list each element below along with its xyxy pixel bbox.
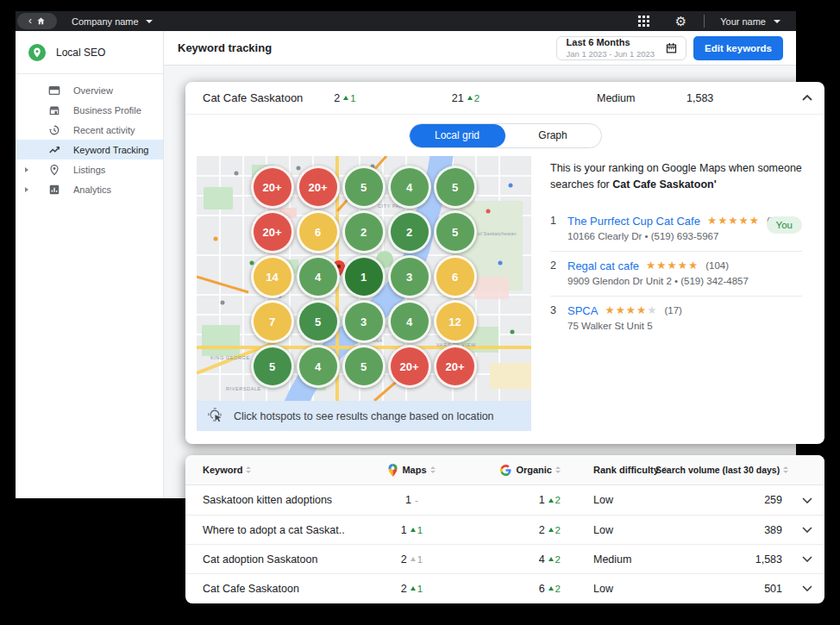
tab-local-grid[interactable]: Local grid bbox=[410, 124, 505, 147]
row-expand-chevron[interactable] bbox=[790, 585, 824, 591]
page-header: Keyword tracking Last 6 Months Jan 1 202… bbox=[164, 31, 796, 66]
hotspot-r5c1[interactable]: 5 bbox=[251, 345, 294, 388]
table-row[interactable]: Where to adopt a cat Saskat.. 11 22 Low … bbox=[185, 515, 824, 544]
date-range-picker[interactable]: Last 6 Months Jan 1 2023 - Jun 1 2023 bbox=[556, 36, 686, 60]
row-keyword: Saskatoon kitten adoptions bbox=[203, 494, 362, 506]
listing-name-link[interactable]: Regal cat cafe bbox=[567, 259, 639, 272]
apps-grid-icon[interactable] bbox=[638, 16, 649, 27]
hotspot-r3c1[interactable]: 14 bbox=[251, 255, 294, 298]
column-header-maps[interactable]: Maps bbox=[362, 464, 461, 477]
collapse-chevron-icon[interactable] bbox=[790, 95, 824, 101]
column-header-rank-difficulty[interactable]: Rank difficulty bbox=[561, 465, 655, 475]
hotspot-r4c2[interactable]: 5 bbox=[297, 300, 340, 343]
star-icon: ★ bbox=[707, 215, 718, 227]
hotspot-r3c4[interactable]: 3 bbox=[388, 255, 431, 298]
date-range-value: Jan 1 2023 - Jun 1 2023 bbox=[567, 49, 655, 59]
row-organic-rank: 62 bbox=[461, 583, 561, 595]
hotspot-r5c3[interactable]: 5 bbox=[342, 345, 386, 388]
table-row[interactable]: Saskatoon kitten adoptions 1- 12 Low 259 bbox=[185, 485, 824, 515]
hotspot-r4c5[interactable]: 12 bbox=[434, 300, 477, 343]
organic-change: 2 bbox=[549, 495, 561, 505]
hotspot-r4c3[interactable]: 3 bbox=[342, 300, 386, 343]
sidebar-item-overview[interactable]: Overview bbox=[16, 80, 163, 100]
user-dropdown[interactable]: Your name bbox=[720, 16, 784, 27]
calendar-icon bbox=[665, 41, 678, 54]
banner-text: Click hotspots to see results change bas… bbox=[234, 410, 494, 422]
hotspot-r1c1[interactable]: 20+ bbox=[251, 166, 294, 209]
sidebar-nav: Overview Business Profile Recent activit… bbox=[16, 80, 163, 199]
hotspot-r3c2[interactable]: 4 bbox=[297, 255, 340, 298]
hotspot-r4c1[interactable]: 7 bbox=[251, 300, 294, 343]
sort-icon[interactable] bbox=[430, 466, 436, 473]
row-expand-chevron[interactable] bbox=[790, 556, 824, 562]
local-grid-map[interactable]: CITY PARK University of Saskatchewan VAR… bbox=[197, 156, 531, 401]
company-dropdown[interactable]: Company name bbox=[72, 16, 153, 27]
hotspot-r1c4[interactable]: 4 bbox=[388, 166, 431, 209]
hotspot-r2c3[interactable]: 2 bbox=[342, 210, 386, 253]
sidebar-item-business-profile[interactable]: Business Profile bbox=[16, 100, 163, 120]
row-keyword: Cat adoption Saskatoon bbox=[203, 553, 362, 566]
home-button[interactable]: ‹ bbox=[17, 13, 57, 29]
listing-item[interactable]: 2 Regal cat cafe ★★★★★ (104) 9909 Glendo… bbox=[550, 251, 802, 296]
hotspot-r2c1[interactable]: 20+ bbox=[251, 210, 294, 253]
column-header-keyword[interactable]: Keyword bbox=[203, 465, 362, 475]
ranking-intro: This is your ranking on Google Maps when… bbox=[550, 160, 802, 193]
edit-keywords-button[interactable]: Edit keywords bbox=[693, 36, 783, 60]
hotspot-r3c5[interactable]: 6 bbox=[434, 255, 477, 298]
star-icon: ★ bbox=[728, 215, 738, 227]
organic-change: 2 bbox=[549, 525, 561, 535]
listing-item[interactable]: 1 The Purrfect Cup Cat Cafe ★★★★★ (52) Y… bbox=[550, 207, 802, 251]
hotspot-r2c2[interactable]: 6 bbox=[297, 210, 340, 253]
row-expand-chevron[interactable] bbox=[790, 497, 824, 503]
column-header-organic[interactable]: Organic bbox=[461, 465, 561, 476]
sidebar-item-listings[interactable]: Listings bbox=[16, 159, 163, 179]
hotspot-r1c2[interactable]: 20+ bbox=[297, 166, 340, 209]
up-arrow-icon bbox=[549, 498, 554, 503]
bar-chart-icon bbox=[48, 184, 60, 196]
hotspot-r5c2[interactable]: 4 bbox=[297, 345, 340, 388]
listing-item[interactable]: 3 SPCA ★★★★★ (17) 75 Walker St Unit 5 bbox=[550, 296, 802, 341]
tab-graph[interactable]: Graph bbox=[505, 124, 601, 147]
expand-arrow-icon[interactable] bbox=[25, 167, 28, 172]
back-icon[interactable]: ‹ bbox=[28, 16, 32, 26]
brand-label: Local SEO bbox=[56, 47, 105, 59]
settings-gear-icon[interactable]: ⚙ bbox=[675, 15, 686, 28]
listing-name-link[interactable]: The Purrfect Cup Cat Cafe bbox=[567, 215, 700, 228]
table-row[interactable]: Cat Cafe Saskatoon 21 62 Low 501 bbox=[185, 573, 824, 603]
sidebar-item-recent-activity[interactable]: Recent activity bbox=[16, 120, 163, 140]
star-icon: ★ bbox=[636, 304, 647, 316]
home-icon bbox=[36, 16, 46, 26]
row-volume: 259 bbox=[655, 494, 790, 506]
hotspot-r2c4[interactable]: 2 bbox=[388, 210, 431, 253]
sort-icon[interactable] bbox=[783, 466, 788, 473]
column-header-search-volume[interactable]: Search volume (last 30 days) bbox=[655, 465, 796, 475]
row-expand-chevron[interactable] bbox=[790, 527, 824, 533]
sidebar-item-keyword-tracking[interactable]: Keyword Tracking bbox=[16, 140, 163, 159]
review-count: (104) bbox=[705, 260, 729, 271]
keyword-detail-card: Cat Cafe Saskatoon 2 1 21 2 Medium 1,583… bbox=[185, 82, 824, 444]
hotspot-r1c3[interactable]: 5 bbox=[342, 166, 386, 209]
hotspot-r5c5[interactable]: 20+ bbox=[434, 345, 477, 388]
keyword-summary-row[interactable]: Cat Cafe Saskatoon 2 1 21 2 Medium 1,583 bbox=[185, 82, 824, 115]
expand-arrow-icon[interactable] bbox=[25, 187, 28, 192]
sidebar-item-analytics[interactable]: Analytics bbox=[16, 179, 163, 199]
keyword-name: Cat Cafe Saskatoon bbox=[203, 91, 298, 104]
hotspot-r4c4[interactable]: 4 bbox=[388, 300, 431, 343]
top-bar-right: ⚙ Your name bbox=[638, 15, 784, 28]
row-difficulty: Medium bbox=[561, 553, 655, 566]
maps-change: 1 bbox=[411, 554, 423, 565]
table-header: Keyword Maps bbox=[185, 455, 824, 485]
star-icon: ★ bbox=[616, 304, 626, 316]
hotspot-r5c4[interactable]: 20+ bbox=[388, 345, 431, 388]
organic-rank-metric: 21 2 bbox=[392, 92, 539, 104]
sort-icon[interactable] bbox=[246, 466, 251, 473]
organic-change: 2 bbox=[549, 584, 561, 594]
hotspot-r1c5[interactable]: 5 bbox=[434, 166, 477, 209]
table-row[interactable]: Cat adoption Saskatoon 21 42 Medium 1,58… bbox=[185, 544, 824, 573]
listing-name-link[interactable]: SPCA bbox=[567, 304, 598, 317]
hotspot-r3c3[interactable]: 1 bbox=[342, 255, 386, 298]
hotspot-r2c5[interactable]: 5 bbox=[434, 210, 477, 253]
sidebar-item-label: Overview bbox=[73, 85, 113, 96]
ranking-panel: This is your ranking on Google Maps when… bbox=[531, 156, 824, 431]
up-arrow-icon bbox=[467, 96, 473, 100]
